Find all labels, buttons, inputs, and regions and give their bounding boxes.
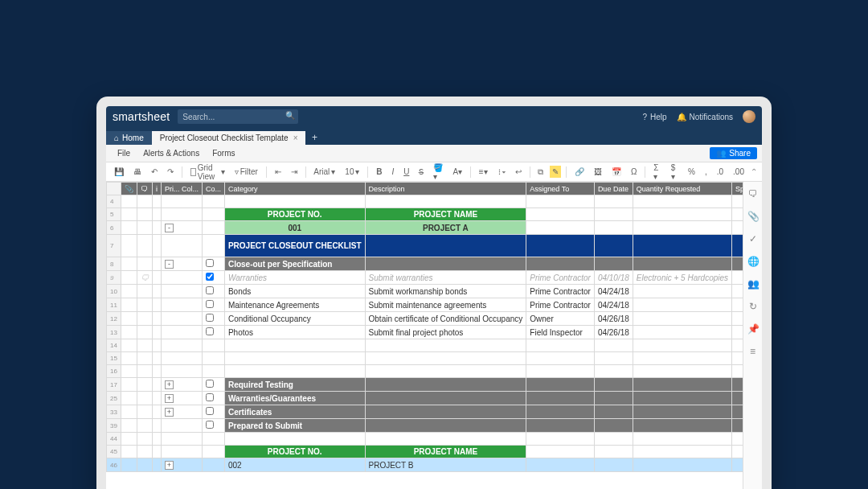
cell-req[interactable] bbox=[732, 221, 743, 235]
cell-req[interactable] bbox=[732, 365, 743, 378]
row-checkbox[interactable] bbox=[206, 300, 214, 308]
cell-info[interactable] bbox=[152, 458, 161, 472]
cell-checkbox[interactable] bbox=[202, 326, 224, 339]
cell-due[interactable]: 04/24/18 bbox=[594, 285, 633, 298]
cell-comment[interactable] bbox=[137, 326, 152, 339]
col-qty[interactable]: Quantity Requested bbox=[633, 183, 731, 195]
cell-info[interactable] bbox=[152, 326, 161, 339]
decdec-icon[interactable]: .00 bbox=[730, 166, 747, 178]
link-icon[interactable]: 🔗 bbox=[571, 166, 588, 178]
avatar[interactable] bbox=[743, 110, 755, 123]
row-number[interactable]: 9 bbox=[107, 271, 121, 285]
cell-description[interactable] bbox=[365, 352, 526, 365]
cell-checkbox[interactable] bbox=[202, 433, 224, 446]
redo-icon[interactable]: ↷ bbox=[164, 166, 177, 178]
table-row[interactable]: 10BondsSubmit workmanship bondsPrime Con… bbox=[107, 285, 743, 298]
cell-qty[interactable] bbox=[633, 458, 731, 472]
cell-description[interactable]: Submit maintenance agreements bbox=[365, 298, 526, 312]
cell-description[interactable]: PROJECT NAME bbox=[365, 446, 526, 458]
cell-due[interactable] bbox=[594, 339, 633, 352]
notifications-link[interactable]: 🔔 Notifications bbox=[677, 113, 733, 121]
row-number[interactable]: 5 bbox=[107, 208, 121, 221]
row-checkbox[interactable] bbox=[206, 259, 214, 267]
cell-assigned[interactable] bbox=[526, 419, 595, 433]
cell-assigned[interactable] bbox=[526, 433, 595, 446]
cell-info[interactable] bbox=[152, 298, 161, 312]
cell-checkbox[interactable] bbox=[202, 419, 224, 433]
cell-assigned[interactable] bbox=[526, 365, 595, 378]
add-tab-button[interactable]: + bbox=[305, 130, 323, 145]
table-row[interactable]: 17+Required Testing bbox=[107, 378, 743, 392]
cell-qty[interactable] bbox=[633, 392, 731, 405]
cell-description[interactable] bbox=[365, 235, 526, 257]
cell-due[interactable] bbox=[594, 419, 633, 433]
cell-pri[interactable]: + bbox=[161, 458, 202, 472]
cell-comment[interactable] bbox=[137, 257, 152, 271]
cell-attach[interactable] bbox=[121, 419, 137, 433]
sum-icon[interactable]: Σ ▾ bbox=[650, 162, 665, 183]
cell-category[interactable]: Conditional Occupancy bbox=[224, 312, 365, 326]
cell-attach[interactable] bbox=[121, 271, 137, 285]
cell-qty[interactable] bbox=[633, 285, 731, 298]
row-checkbox[interactable] bbox=[206, 393, 214, 401]
cell-qty[interactable] bbox=[633, 405, 731, 419]
cell-qty[interactable] bbox=[633, 352, 731, 365]
grid-view-button[interactable]: Grid View ▾ bbox=[187, 162, 228, 183]
cell-pri[interactable] bbox=[161, 312, 202, 326]
strike-icon[interactable]: S̶ bbox=[416, 166, 427, 178]
wrap-icon[interactable]: ↩ bbox=[512, 166, 525, 178]
cell-info[interactable] bbox=[152, 378, 161, 392]
sheet[interactable]: 📎 🗨 i Pri... Col... Co... Category Descr… bbox=[106, 182, 743, 489]
cell-pri[interactable] bbox=[161, 208, 202, 221]
cell-description[interactable] bbox=[365, 433, 526, 446]
cell-due[interactable] bbox=[594, 446, 633, 458]
col-description[interactable]: Description bbox=[365, 183, 526, 195]
font-select[interactable]: Arial ▾ bbox=[310, 166, 338, 178]
textcolor-icon[interactable]: A▾ bbox=[449, 166, 465, 178]
cell-checkbox[interactable] bbox=[202, 195, 224, 208]
cell-pri[interactable]: + bbox=[161, 392, 202, 405]
cell-req[interactable] bbox=[732, 208, 743, 221]
table-row[interactable]: 4 bbox=[107, 195, 743, 208]
row-checkbox[interactable] bbox=[206, 273, 214, 281]
tab-home[interactable]: ⌂ Home bbox=[106, 131, 152, 145]
cell-pri[interactable] bbox=[161, 235, 202, 257]
cell-assigned[interactable] bbox=[526, 392, 595, 405]
cell-info[interactable] bbox=[152, 339, 161, 352]
cell-comment[interactable] bbox=[137, 458, 152, 472]
cell-description[interactable] bbox=[365, 392, 526, 405]
cell-comment[interactable] bbox=[137, 235, 152, 257]
cell-category[interactable]: Photos bbox=[224, 326, 365, 339]
cell-checkbox[interactable] bbox=[202, 271, 224, 285]
cell-category[interactable] bbox=[224, 195, 365, 208]
fill-icon[interactable]: 🪣▾ bbox=[430, 162, 446, 183]
save-icon[interactable]: 💾 bbox=[111, 166, 127, 178]
comma-icon[interactable]: , bbox=[702, 166, 710, 178]
cell-req[interactable] bbox=[732, 458, 743, 472]
table-row[interactable]: 25+Warranties/Guarantees bbox=[107, 392, 743, 405]
cell-due[interactable]: 04/24/18 bbox=[594, 298, 633, 312]
cell-due[interactable] bbox=[594, 392, 633, 405]
cell-assigned[interactable] bbox=[526, 257, 595, 271]
cell-attach[interactable] bbox=[121, 392, 137, 405]
expander-icon[interactable]: - bbox=[165, 224, 174, 232]
row-number[interactable]: 14 bbox=[107, 339, 121, 352]
cell-qty[interactable] bbox=[633, 326, 731, 339]
cell-checkbox[interactable] bbox=[202, 235, 224, 257]
cell-category[interactable]: PROJECT NO. bbox=[224, 446, 365, 458]
cell-description[interactable] bbox=[365, 195, 526, 208]
cell-attach[interactable] bbox=[121, 221, 137, 235]
proof-panel-icon[interactable]: ✓ bbox=[747, 233, 759, 244]
cell-checkbox[interactable] bbox=[202, 312, 224, 326]
italic-icon[interactable]: I bbox=[388, 166, 397, 178]
format-icon[interactable]: ⧉ bbox=[534, 166, 547, 179]
cell-pri[interactable] bbox=[161, 433, 202, 446]
table-row[interactable]: 33+Certificates bbox=[107, 405, 743, 419]
cell-assigned[interactable]: Prime Contractor bbox=[526, 285, 595, 298]
cell-pri[interactable]: - bbox=[161, 257, 202, 271]
cell-info[interactable] bbox=[152, 257, 161, 271]
table-row[interactable]: 45PROJECT NO.PROJECT NAME bbox=[107, 446, 743, 458]
cell-description[interactable] bbox=[365, 378, 526, 392]
cell-description[interactable]: Obtain certificate of Conditional Occupa… bbox=[365, 312, 526, 326]
pin-panel-icon[interactable]: 📌 bbox=[747, 323, 759, 335]
